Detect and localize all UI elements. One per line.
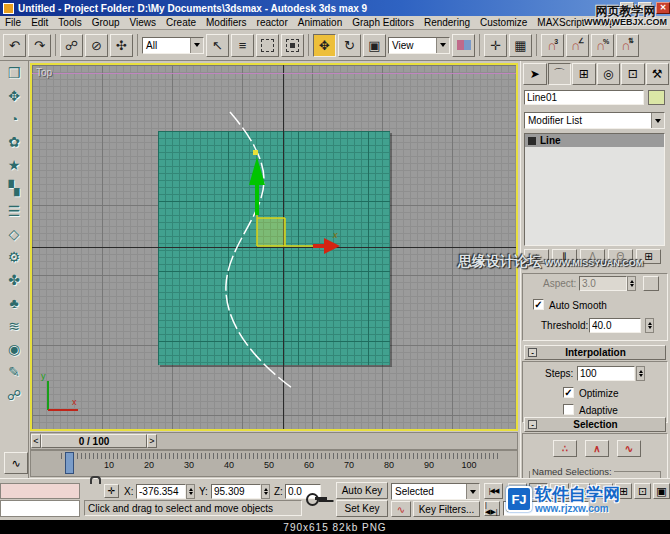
menu-maxscript[interactable]: MAXScript [532,16,589,30]
menu-edit[interactable]: Edit [26,16,53,30]
viewport-top[interactable]: x y x Top [30,63,518,431]
y-coord-field[interactable] [211,484,261,499]
spline-sub-object-icon[interactable]: ∿ [617,440,641,457]
left-tool-icon-8[interactable]: ⚙ [8,249,21,265]
track-bar[interactable]: 0 10 20 30 40 50 60 70 80 90 100 [30,450,518,477]
use-pivot-point-center-icon[interactable] [452,34,475,57]
hierarchy-tab-icon[interactable]: ⊞ [572,63,596,85]
utilities-tab-icon[interactable]: ⚒ [646,63,670,85]
x-coord-field[interactable] [136,484,186,499]
left-tool-icon-1[interactable]: ✥ [8,88,20,104]
y-coord-spinner[interactable] [261,484,270,499]
viewport-label[interactable]: Top [36,67,52,78]
collapse-icon[interactable]: - [528,348,537,357]
object-color-swatch[interactable] [648,90,665,105]
key-filters-button[interactable]: Key Filters... [413,501,480,517]
snap-toggle-3d-icon[interactable]: ∩3 [541,34,564,57]
menu-views[interactable]: Views [125,16,162,30]
time-slider-next-icon[interactable]: > [147,434,157,448]
left-tool-icon-12[interactable]: ◉ [8,341,20,357]
angle-snap-icon[interactable]: ∩∠ [566,34,589,57]
auto-smooth-checkbox[interactable]: ✓ [533,299,544,310]
left-tool-icon-0[interactable]: ❒ [8,65,21,81]
key-mode-toggle-icon[interactable]: |◀▶| [484,501,500,516]
threshold-field[interactable] [589,318,641,333]
go-to-start-icon[interactable]: |◀◀ [484,483,503,499]
time-slider-handle[interactable]: 0 / 100 [41,434,147,448]
time-slider-track[interactable]: < 0 / 100 > [30,432,518,450]
dropdown-arrow-icon[interactable] [190,38,203,53]
threshold-spinner[interactable] [645,318,654,333]
gizmo-x-arrowhead[interactable] [324,238,340,254]
maxscript-listener-input[interactable] [0,483,80,499]
modify-tab-icon[interactable]: ⌒ [548,63,572,85]
dropdown-arrow-icon[interactable] [651,113,664,128]
maxscript-listener-output[interactable] [0,500,80,517]
unlink-selection-icon[interactable]: ⊘ [85,34,108,57]
selection-filter-dropdown[interactable]: All [142,37,204,54]
menu-modifiers[interactable]: Modifiers [201,16,252,30]
left-tool-icon-11[interactable]: ≋ [8,318,20,334]
time-slider-prev-icon[interactable]: < [31,434,41,448]
left-tool-icon-13[interactable]: ✎ [8,364,20,380]
left-tool-icon-6[interactable]: ☰ [8,203,21,219]
undo-icon[interactable]: ↶ [3,34,26,57]
absolute-mode-icon[interactable]: ✛ [104,484,119,498]
aspect-spinner[interactable] [627,276,636,291]
stack-item-line[interactable]: Line [525,134,664,147]
keyboard-shortcut-override-icon[interactable]: ▦ [509,34,532,57]
vertex-sub-object-icon[interactable]: ∴ [553,440,577,457]
bind-to-space-warp-icon[interactable]: ✣ [110,34,133,57]
left-tool-icon-10[interactable]: ♣ [9,295,18,311]
select-and-link-icon[interactable]: ☍ [60,34,83,57]
steps-field[interactable] [577,366,635,381]
object-name-field[interactable] [524,90,644,105]
select-and-rotate-icon[interactable]: ↻ [338,34,361,57]
collapse-icon[interactable]: - [528,420,537,429]
auto-key-button[interactable]: Auto Key [336,482,388,499]
window-crossing-icon[interactable] [281,34,304,57]
modifier-stack[interactable]: Line [524,133,665,246]
percent-snap-icon[interactable]: ∩% [591,34,614,57]
zoom-extents-all-icon[interactable]: ▣ [653,483,670,499]
x-coord-spinner[interactable] [186,484,195,499]
aspect-field[interactable]: 3.0 [579,276,627,291]
motion-tab-icon[interactable]: ◎ [597,63,621,85]
menu-customize[interactable]: Customize [475,16,532,30]
select-and-move-icon[interactable]: ✥ [313,34,336,57]
select-and-manipulate-icon[interactable]: ✛ [484,34,507,57]
modifier-list-dropdown[interactable]: Modifier List [524,112,665,129]
rectangular-selection-region-icon[interactable] [256,34,279,57]
menu-graph-editors[interactable]: Graph Editors [347,16,419,30]
menu-tools[interactable]: Tools [53,16,86,30]
dropdown-arrow-icon[interactable] [466,484,479,499]
segment-sub-object-icon[interactable]: ∧ [585,440,609,457]
current-frame-marker[interactable] [65,452,74,474]
adaptive-checkbox[interactable] [563,404,574,415]
select-object-icon[interactable]: ↖ [206,34,229,57]
menu-group[interactable]: Group [87,16,125,30]
menu-create[interactable]: Create [161,16,201,30]
left-tool-icon-14[interactable]: ☍ [7,387,21,403]
selection-rollout-header[interactable]: - Selection [524,417,666,432]
menu-file[interactable]: File [0,16,26,30]
spinner-snap-icon[interactable]: ∩⇅ [616,34,639,57]
open-mini-curve-editor-icon[interactable]: ∿ [4,452,28,474]
key-mode-dropdown[interactable]: Selected [391,483,480,500]
dropdown-arrow-icon[interactable] [436,38,449,53]
zoom-extents-icon[interactable]: ⊡ [634,483,651,499]
left-tool-icon-5[interactable]: ▚ [9,180,20,196]
menu-animation[interactable]: Animation [293,16,347,30]
spline-vertex[interactable] [253,150,258,155]
left-tool-icon-4[interactable]: ★ [8,157,21,173]
menu-reactor[interactable]: reactor [252,16,293,30]
default-in-out-tangents-icon[interactable]: ∿ [391,501,411,517]
display-tab-icon[interactable]: ⊡ [621,63,645,85]
left-tool-icon-2[interactable]: ◔ [10,111,18,127]
menu-rendering[interactable]: Rendering [419,16,475,30]
optimize-checkbox[interactable]: ✓ [563,387,574,398]
left-tool-icon-3[interactable]: ✿ [8,134,20,150]
select-by-name-icon[interactable]: ≡ [231,34,254,57]
redo-icon[interactable]: ↷ [28,34,51,57]
create-tab-icon[interactable]: ➤ [523,63,547,85]
